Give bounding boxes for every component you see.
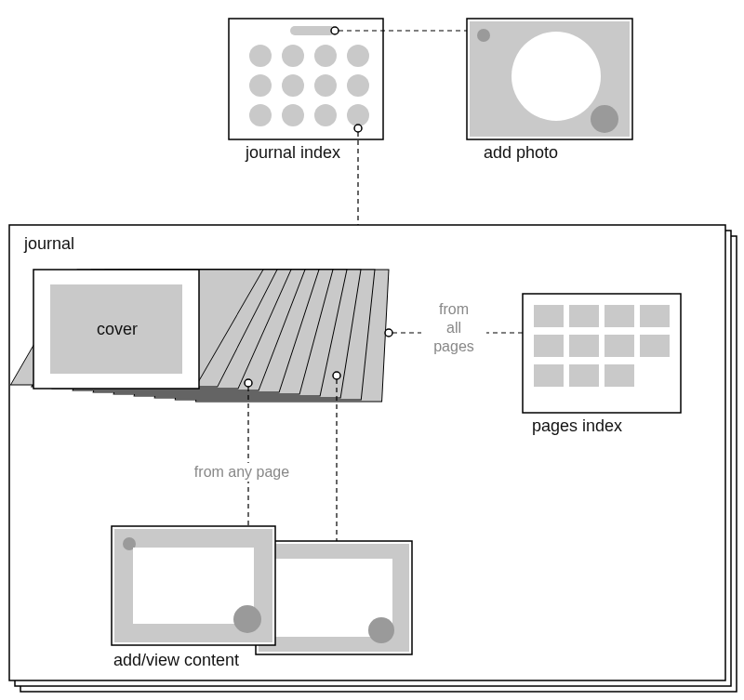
svg-rect-44	[569, 364, 599, 387]
pages-index-card	[523, 294, 681, 413]
svg-rect-37	[604, 305, 634, 327]
svg-rect-40	[569, 335, 599, 357]
journal-index-label: journal index	[245, 143, 340, 162]
journal-label: journal	[23, 234, 74, 253]
add-view-content-label: add/view content	[113, 651, 239, 669]
svg-rect-38	[640, 305, 670, 327]
svg-point-18	[591, 105, 618, 133]
svg-point-9	[347, 74, 369, 97]
svg-point-17	[512, 32, 601, 121]
svg-point-7	[282, 74, 304, 97]
svg-rect-1	[290, 26, 335, 35]
svg-point-5	[347, 45, 369, 67]
add-photo-card	[467, 19, 632, 139]
cover-label: cover	[97, 320, 138, 338]
svg-point-16	[477, 29, 490, 42]
anchor-any-page-2	[333, 372, 340, 379]
svg-point-54	[233, 605, 261, 633]
svg-rect-45	[604, 364, 634, 387]
svg-point-49	[368, 617, 394, 643]
from-all-pages-l3: pages	[433, 338, 474, 354]
svg-rect-36	[569, 305, 599, 327]
svg-point-6	[249, 74, 272, 97]
add-view-content-card-back	[256, 541, 412, 654]
add-view-content-card-front	[112, 526, 275, 645]
from-all-pages-l1: from	[439, 301, 469, 317]
svg-rect-35	[534, 305, 564, 327]
pages-index-label: pages index	[532, 416, 622, 435]
anchor-last-page	[385, 329, 392, 337]
svg-point-12	[314, 104, 337, 126]
svg-point-13	[347, 104, 369, 126]
svg-point-4	[314, 45, 337, 67]
svg-point-10	[249, 104, 272, 126]
from-all-pages-l2: all	[446, 320, 461, 336]
anchor-journal-index-item	[354, 125, 362, 132]
svg-point-11	[282, 104, 304, 126]
svg-point-8	[314, 74, 337, 97]
svg-rect-42	[640, 335, 670, 357]
journal-index-card	[229, 19, 383, 139]
svg-rect-41	[604, 335, 634, 357]
svg-point-3	[282, 45, 304, 67]
svg-point-2	[249, 45, 272, 67]
svg-rect-39	[534, 335, 564, 357]
svg-rect-43	[534, 364, 564, 387]
from-any-page-annot: from any page	[194, 464, 289, 480]
anchor-any-page-1	[245, 379, 252, 387]
anchor-journal-index-title	[331, 27, 339, 34]
add-photo-label: add photo	[484, 143, 558, 162]
